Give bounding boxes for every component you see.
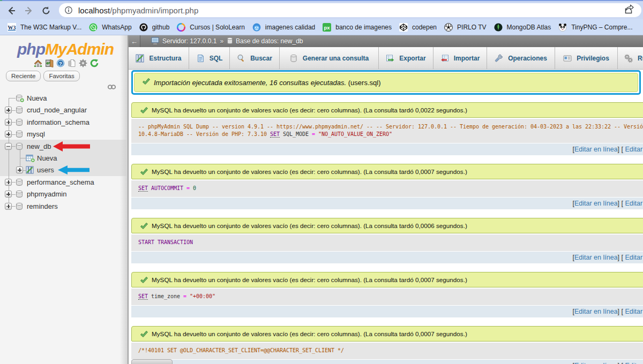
tree-item-new_db[interactable]: new_db (0, 140, 51, 152)
tab-importar[interactable]: Importar (433, 47, 487, 69)
tab-buscar[interactable]: Buscar (230, 47, 280, 69)
tab-privilegios[interactable]: Privilegios (555, 47, 618, 69)
tab-exportar[interactable]: Exportar (379, 47, 433, 69)
success-check-icon (140, 276, 148, 284)
edit-link[interactable]: Editar (623, 308, 643, 315)
query-success-text: MySQL ha devuelto un conjunto de valores… (152, 168, 467, 175)
tree-expand-toggle[interactable] (5, 131, 12, 138)
console-bar[interactable] (131, 359, 173, 364)
server-breadcrumb-bar: ← Servidor: 127.0.0.1 » Base de datos: n… (129, 35, 643, 47)
tree-item-label[interactable]: reminders (27, 202, 58, 210)
query-success-message: MySQL ha devuelto un conjunto de valores… (131, 326, 643, 342)
query-result-block: MySQL ha devuelto un conjunto de valores… (131, 326, 643, 364)
sql-token: SET (138, 293, 148, 300)
bookmark-item[interactable]: Cursos | SoloLearn (177, 23, 245, 32)
bookmark-item[interactable]: PIRLO TV (444, 23, 486, 32)
bookmark-label: codepen (412, 24, 437, 31)
tree-expand-toggle[interactable] (5, 179, 12, 186)
tree-collapse-toggle[interactable] (5, 143, 12, 150)
bookmark-label: banco de imagenes (335, 24, 392, 31)
breadcrumb-server[interactable]: Servidor: 127.0.0.1 (162, 37, 216, 45)
bookmark-label: MongoDB Atlas (507, 24, 551, 31)
tree-item-mysql[interactable]: mysql (0, 128, 45, 140)
tree-expand-toggle[interactable] (5, 107, 12, 113)
bookmark-label: imagenes calidad (265, 24, 315, 31)
tree-item-crud_node_angular[interactable]: crud_node_angular (0, 104, 87, 116)
collapse-navigation-button[interactable]: ← (129, 35, 140, 47)
edit-link[interactable]: Editar en línea (574, 200, 618, 207)
tab-operaciones[interactable]: Operaciones (487, 47, 555, 69)
tree-expand-toggle[interactable] (5, 191, 12, 198)
bookmark-item[interactable]: pxbanco de imagenes (323, 23, 392, 32)
breadcrumb-database[interactable]: Base de datos: new_db (236, 37, 303, 45)
edit-link[interactable]: Editar en línea (574, 308, 618, 315)
database-icon (16, 190, 23, 198)
sql-token: 0 (193, 185, 196, 191)
tab-label: Importar (454, 55, 480, 62)
tree-item-label[interactable]: performance_schema (27, 178, 94, 186)
tree-item-nueva[interactable]: Nueva (0, 92, 47, 104)
edit-links-row: [Editar en línea] [ Editar ] [ Crear cód… (131, 360, 643, 364)
edit-link[interactable]: Editar en línea (574, 146, 618, 153)
tree-item-label[interactable]: crud_node_angular (27, 106, 87, 114)
tree-item-phpmyadmin[interactable]: phpmyadmin (0, 188, 66, 200)
tab-generar-una-consulta[interactable]: Generar una consulta (280, 47, 379, 69)
github-icon (139, 23, 148, 32)
bookmark-label: github (152, 24, 170, 31)
tab-estructura[interactable]: Estructura (129, 47, 189, 69)
import-success-text: Importación ejecutada exitosamente, 16 c… (154, 79, 380, 87)
edit-link[interactable]: Editar en línea (574, 362, 618, 364)
reload-icon (41, 6, 51, 16)
tab-rutinas[interactable]: Rutinas (618, 47, 643, 69)
tab-sql[interactable]: SQL (189, 47, 230, 69)
tree-item-label[interactable]: Nueva (27, 94, 47, 102)
page-info-icon[interactable] (64, 6, 73, 14)
address-bar[interactable]: localhost/phpmyadmin/import.php (59, 3, 641, 17)
tree-item-label[interactable]: mysql (27, 130, 45, 138)
edit-link[interactable]: Editar (623, 254, 643, 261)
tree-item-label[interactable]: information_schema (27, 118, 89, 126)
tree-item-reminders[interactable]: reminders (0, 200, 58, 212)
bookmark-item[interactable]: WhatsApp (89, 23, 131, 32)
bookmark-item[interactable]: imagenes calidad (252, 23, 315, 32)
database-icon (16, 178, 23, 186)
tree-item-nueva[interactable]: Nueva (0, 152, 57, 164)
tree-item-information_schema[interactable]: information_schema (0, 116, 89, 128)
tab-label: Buscar (250, 55, 272, 62)
bookmark-label: WhatsApp (102, 24, 131, 31)
sql-code-line: -- phpMyAdmin SQL Dump -- version 4.9.1 … (138, 123, 643, 131)
tree-expand-toggle[interactable] (5, 119, 12, 126)
success-check-icon (140, 222, 148, 230)
window-corner-artifact (0, 0, 2, 1)
forward-button[interactable] (23, 4, 35, 17)
reload-button[interactable] (40, 4, 53, 17)
url-text[interactable]: localhost/phpmyadmin/import.php (78, 6, 198, 15)
share-button[interactable] (623, 3, 635, 16)
tree-item-label[interactable]: phpmyadmin (27, 190, 66, 198)
tree-item-label[interactable]: users (37, 166, 54, 174)
tree-item-label[interactable]: new_db (27, 142, 51, 150)
sql-token: time_zone (148, 293, 183, 299)
freepik-icon (252, 23, 261, 32)
bookmark-label: TinyPNG – Compre... (571, 24, 632, 31)
bookmark-item[interactable]: TinyPNG – Compre... (558, 23, 632, 32)
url-path: /phpmyadmin/import.php (110, 6, 198, 15)
tree-item-users[interactable]: users (0, 164, 54, 176)
edit-link[interactable]: Editar (623, 200, 643, 207)
tree-expand-toggle[interactable] (16, 166, 23, 173)
tree-item-label[interactable]: Nueva (37, 154, 57, 162)
bookmark-label: The W3C Markup V... (20, 24, 81, 31)
edit-link[interactable]: Editar (623, 362, 643, 364)
bookmark-item[interactable]: W3The W3C Markup V... (8, 23, 81, 32)
edit-link[interactable]: Editar en línea (574, 254, 618, 261)
sql-token: AUTOCOMMIT (151, 185, 183, 191)
bookmark-item[interactable]: codepen (399, 23, 437, 32)
edit-link[interactable]: Editar (623, 146, 643, 153)
import-results: Importación ejecutada exitosamente, 16 c… (129, 70, 643, 364)
back-button[interactable] (5, 4, 18, 17)
bookmark-item[interactable]: github (139, 23, 170, 32)
sql-token: /*!40101 SET @OLD_CHARACTER_SET_CLIENT=@… (138, 347, 344, 353)
bookmark-item[interactable]: MongoDB Atlas (494, 23, 551, 32)
tree-expand-toggle[interactable] (5, 203, 12, 210)
tree-item-performance_schema[interactable]: performance_schema (0, 176, 94, 188)
